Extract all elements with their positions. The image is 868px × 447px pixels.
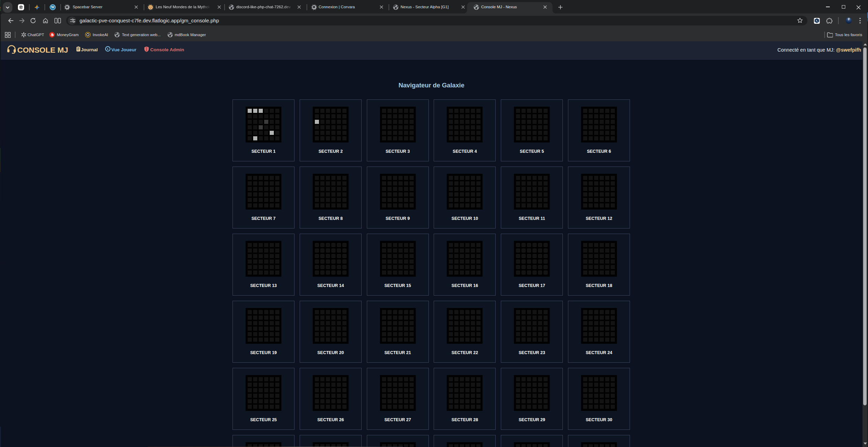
svg-text:W: W	[51, 5, 54, 9]
